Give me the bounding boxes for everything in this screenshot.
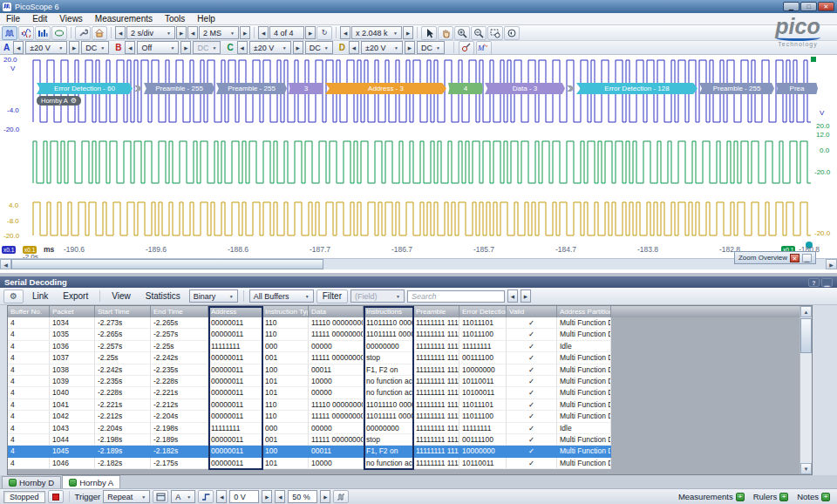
menu-measurements[interactable]: Measurements [89, 13, 159, 25]
table-row[interactable]: 41038-2.242s-2.235s0000001110000011F1, F… [8, 364, 611, 376]
pretrigger-up-button[interactable]: ▶ [320, 490, 330, 503]
field-select[interactable]: (Field)▼ [350, 289, 405, 303]
trigger-level-down-button[interactable]: ◀ [216, 490, 227, 503]
menu-views[interactable]: Views [53, 13, 89, 25]
buffer-indicator[interactable]: 4 of 4 [269, 26, 304, 39]
table-row[interactable]: 41034-2.273s-2.265s0000001111011110 0000… [8, 317, 611, 329]
table-row[interactable]: 41039-2.235s-2.228s0000001110110000no fu… [8, 376, 611, 387]
xy-view-button[interactable] [51, 26, 67, 40]
export-button[interactable]: Export [57, 289, 94, 303]
table-row[interactable]: 41041-2.221s-2.212s0000001111011110 0000… [8, 399, 611, 411]
menu-edit[interactable]: Edit [26, 13, 53, 25]
table-row[interactable]: 41042-2.212s-2.204s0000001111011111 0000… [8, 411, 611, 422]
minimize-button[interactable]: ▁ [783, 2, 800, 11]
channel-b-label[interactable]: B [115, 43, 121, 52]
table-row[interactable]: 41037-2.25s-2.242s0000001100111111 00000… [8, 352, 611, 364]
notes-button[interactable]: Notes+ [797, 492, 830, 501]
samples-select[interactable]: 2 MS▼ [199, 26, 239, 39]
table-row[interactable]: 41036-2.257s-2.25s1111111100000000000000… [8, 341, 611, 352]
decode-segment[interactable]: Preamble - 255 [144, 83, 214, 94]
start-stop-button[interactable] [48, 490, 64, 503]
channel-d-range-select[interactable]: ±20 V▼ [361, 41, 403, 54]
decode-source-chip[interactable]: Hornby A⚙ [37, 96, 81, 106]
measurements-button[interactable]: Measurements+ [678, 492, 745, 501]
channel-c-range-next[interactable]: ▶ [293, 41, 303, 54]
search-input[interactable] [407, 290, 505, 303]
home-button[interactable] [92, 26, 107, 40]
decode-settings-button[interactable]: ⚙ [3, 289, 24, 303]
samples-next-button[interactable]: ▶ [240, 26, 250, 39]
trigger-level-up-button[interactable]: ▶ [262, 490, 272, 503]
channel-a-range-select[interactable]: ±20 V▼ [25, 41, 67, 54]
table-row[interactable]: 41046-2.182s-2.175s0000001110110000no fu… [8, 458, 611, 469]
channel-b-coupling-select[interactable]: DC▼ [193, 41, 221, 54]
pretrigger-value[interactable]: 50 % [288, 490, 317, 503]
samples-prev-button[interactable]: ◀ [187, 26, 198, 39]
normal-selection-tool-button[interactable] [421, 26, 437, 40]
zoom-overview-window[interactable]: Zoom Overview ✕ ▁ [734, 251, 816, 264]
tab-hornby-d[interactable]: Hornby D [2, 476, 61, 488]
decode-segment[interactable]: Error Detection - 60 [37, 83, 133, 94]
channel-b-range-select[interactable]: Off▼ [137, 41, 179, 54]
buffer-overview-button[interactable]: ↻ [316, 26, 332, 40]
decode-segment[interactable]: Data - 3 [485, 83, 565, 94]
rulers-button[interactable]: Rulers+ [753, 492, 788, 501]
scroll-left-button[interactable]: ◀ [0, 259, 11, 269]
setup-wizard-button[interactable] [75, 26, 91, 40]
column-header-packet[interactable]: Packet [50, 306, 95, 317]
decode-segment[interactable]: Address - 3 [325, 83, 446, 94]
scrollbar-thumb[interactable] [11, 259, 323, 269]
decode-segment[interactable]: Preamble - 255 [699, 83, 774, 94]
statistics-button[interactable]: Statistics [140, 289, 187, 303]
zoom-next-button[interactable]: ▶ [403, 26, 413, 39]
zoom-factor-select[interactable]: x 2.048 k▼ [351, 26, 402, 39]
decode-segment[interactable]: Preamble - 255 [216, 83, 287, 94]
column-header-error-detection[interactable]: Error Detection [459, 306, 507, 317]
menu-tools[interactable]: Tools [159, 13, 191, 25]
scrollbar-thumb[interactable] [800, 318, 812, 353]
channel-d-label[interactable]: D [339, 43, 345, 52]
timebase-next-button[interactable]: ▶ [176, 26, 187, 39]
spectrum-view-button[interactable] [35, 26, 51, 40]
buffers-select[interactable]: All Buffers▼ [249, 289, 314, 303]
scope-view[interactable]: Error Detection - 60Preamble - 255Preamb… [0, 55, 837, 273]
decode-segment[interactable]: 4 [448, 83, 483, 94]
channel-a-coupling-select[interactable]: DC▼ [81, 41, 109, 54]
panel-help-button[interactable]: ? [808, 278, 820, 287]
search-prev-button[interactable]: ◀ [507, 289, 518, 303]
undo-zoom-tool-button[interactable] [504, 26, 520, 40]
trigger-mode-select[interactable]: Repeat▼ [103, 490, 150, 503]
timebase-prev-button[interactable]: ◀ [115, 26, 126, 39]
zoom-prev-button[interactable]: ◀ [340, 26, 350, 39]
gear-icon[interactable]: ⚙ [71, 97, 77, 105]
format-select[interactable]: Binary▼ [189, 289, 238, 303]
scroll-right-button[interactable]: ▶ [826, 259, 837, 269]
channel-a-range-next[interactable]: ▶ [69, 41, 79, 54]
decode-segment[interactable]: Error Detection - 128 [576, 83, 698, 94]
table-row[interactable]: 41040-2.228s-2.221s0000001110100000no fu… [8, 387, 611, 398]
column-header-preamble[interactable]: Preamble [413, 306, 459, 317]
rising-edge-button[interactable] [198, 490, 214, 503]
panel-minimize-button[interactable]: ▁ [821, 278, 833, 287]
column-header-address[interactable]: Address [208, 306, 262, 317]
tab-hornby-a[interactable]: Hornby A [62, 475, 120, 488]
column-header-end-time[interactable]: End Time [151, 306, 208, 317]
scroll-up-button[interactable]: ▲ [800, 306, 812, 317]
filter-button[interactable]: Filter [316, 289, 348, 303]
table-row[interactable]: 41035-2.265s-2.257s0000001111011111 0000… [8, 329, 611, 340]
buffer-next-button[interactable]: ▶ [305, 26, 316, 39]
zoom-in-tool-button[interactable] [454, 26, 470, 40]
vertical-scrollbar[interactable]: ▲ ▼ [800, 306, 812, 474]
zoom-out-tool-button[interactable] [471, 26, 487, 40]
column-header-valid[interactable]: Valid [507, 306, 557, 317]
channel-d-coupling-select[interactable]: DC▼ [417, 41, 445, 54]
table-row[interactable]: 41044-2.198s-2.189s0000001100111111 0000… [8, 434, 611, 446]
rapid-trigger-button[interactable] [333, 490, 349, 503]
search-next-button[interactable]: ▶ [521, 289, 531, 303]
scroll-down-button[interactable]: ▼ [800, 463, 812, 474]
scope-view-button[interactable] [2, 26, 17, 40]
column-header-start-time[interactable]: Start Time [95, 306, 151, 317]
channel-c-range-select[interactable]: ±20 V▼ [249, 41, 291, 54]
view-button[interactable]: View [105, 289, 137, 303]
zoom-overview-minimize-icon[interactable]: ▁ [802, 254, 812, 262]
